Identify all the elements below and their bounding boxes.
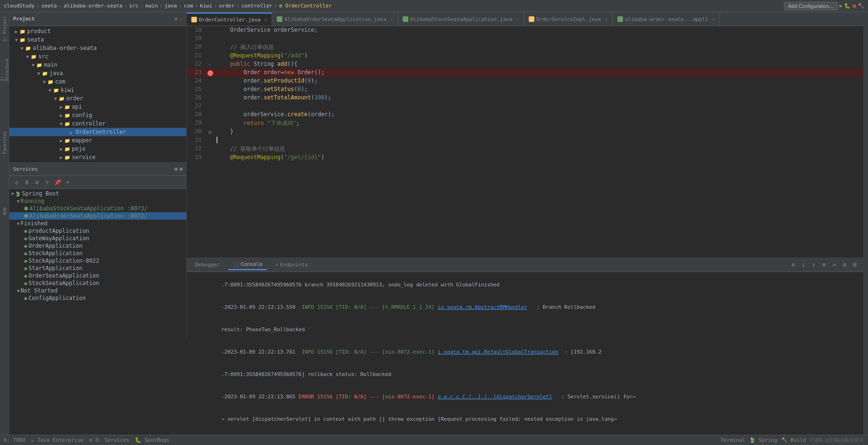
console-line-6: -2023-01-09 22:22:13.865 ERROR 15156 [TI… [190, 386, 860, 408]
arrow-icon: ▼ [37, 71, 40, 76]
filter-btn[interactable]: ▽ [43, 178, 51, 187]
service-label-stockapp8022: StockApplication-8022 [28, 257, 99, 264]
tab-orderserviceimpl[interactable]: OrderServiceImpl.java ✕ [524, 13, 613, 26]
tab-console[interactable]: ⬛Console [228, 259, 267, 270]
status-terminal[interactable]: Terminal [721, 437, 745, 443]
restart-btn[interactable]: ↺ [12, 178, 21, 187]
service-finished-group[interactable]: ▼ Finished [9, 220, 186, 227]
build-icon[interactable]: 🔨 [858, 3, 864, 9]
service-item-startapp[interactable]: ● StartApplication [9, 264, 186, 272]
tree-item-order[interactable]: ▼ 📁 order [9, 94, 186, 103]
tab-properties[interactable]: alibaba-order-seata...appli ✕ [613, 13, 720, 26]
tree-label-mapper: mapper [72, 137, 92, 144]
bc-file: ⚙ OrderController [279, 3, 332, 9]
add-service-btn[interactable]: + [63, 178, 72, 187]
pin-btn[interactable]: 📌 [53, 178, 62, 187]
service-label-productapp: productApplication [28, 228, 89, 234]
service-not-started-group[interactable]: ▼ Not Started [9, 287, 186, 294]
tab-close-btn[interactable]: ✕ [712, 17, 715, 22]
favorites-tab[interactable]: Favorites [0, 129, 9, 157]
tab-alibabaorder[interactable]: AlibabaOrderSeataApplication.java ✕ [272, 13, 398, 26]
tree-item-ordercontroller[interactable]: ☕ OrderController [9, 128, 186, 136]
bc-com[interactable]: com [184, 3, 193, 9]
add-configuration-button[interactable]: Add Configuration... [784, 2, 838, 10]
console-output[interactable]: .7:8091:355840267495960576 branch 355840… [187, 272, 863, 435]
service-item-stockapp8022[interactable]: ● StockApplication-8022 [9, 257, 186, 264]
service-springboot[interactable]: ▼ 🍃 Spring Boot [9, 190, 186, 197]
bc-kiwi[interactable]: kiwi [200, 3, 212, 9]
bc-order[interactable]: order [219, 3, 234, 9]
tab-close-btn[interactable]: ✕ [516, 17, 519, 22]
service-item-alibabastock[interactable]: AlibabaStockSeataApplication :8073/ [9, 205, 186, 212]
tree-item-java[interactable]: ▼ 📁 java [9, 69, 186, 77]
clear-icon[interactable]: ⊗ [819, 260, 829, 270]
sidebar-collapse-icon[interactable]: — [179, 16, 182, 22]
service-item-productapp[interactable]: ● productApplication [9, 227, 186, 235]
bc-seata[interactable]: seata [42, 3, 57, 9]
services-config-icon[interactable]: ⚙ [179, 166, 182, 172]
tree-item-com[interactable]: ▼ 📁 com [9, 77, 186, 86]
tree-item-alibaba-order-seata[interactable]: ▼ 📁 alibaba-order-seata [9, 44, 186, 52]
code-line-29: 29 return "下单成功"; [187, 119, 863, 128]
tree-item-config[interactable]: ▶ 📁 config [9, 111, 186, 119]
tree-item-seata[interactable]: ▼ 📁 seata [9, 35, 186, 44]
bc-src[interactable]: src [129, 3, 139, 9]
tree-item-src[interactable]: ▼ 📁 src [9, 52, 186, 61]
tree-item-api[interactable]: ▶ 📁 api [9, 103, 186, 111]
wrap-icon[interactable]: ↩ [830, 260, 839, 270]
run-icon[interactable]: ▶ [840, 3, 843, 9]
fold-icon[interactable]: ⊟ [209, 130, 211, 135]
tab-close-btn[interactable]: ✕ [264, 17, 267, 22]
collapse-btn[interactable]: ⊟ [33, 178, 41, 187]
stop-icon[interactable]: ■ [853, 3, 856, 9]
copy-icon[interactable]: ⊞ [850, 260, 860, 270]
project-tab[interactable]: 1: Project [0, 15, 9, 43]
code-editor[interactable]: 18 OrderService orderService; 19 20 // 插… [187, 26, 863, 257]
bc-controller[interactable]: controller [241, 3, 272, 9]
status-services[interactable]: ⚙ 8: Services [89, 437, 129, 443]
tab-debugger[interactable]: Debugger [190, 260, 224, 270]
tree-item-kiwi[interactable]: ▼ 📁 kiwi [9, 86, 186, 94]
web-tab[interactable]: Web [0, 204, 9, 218]
status-build[interactable]: 🔨 Build [781, 437, 806, 443]
tab-close-btn[interactable]: ✕ [390, 17, 393, 22]
service-item-stockapp[interactable]: ● StockApplication [9, 250, 186, 257]
console-line-8: →.ArithmeticException: / by zero] with r… [190, 431, 860, 435]
debug-icon[interactable]: 🐛 [844, 3, 851, 9]
bc-java[interactable]: java [165, 3, 177, 9]
scroll-up-icon[interactable]: ↑ [809, 260, 819, 270]
editor-area: OrderController.java ✕ AlibabaOrderSeata… [187, 12, 863, 435]
service-item-orderapp[interactable]: ● OrderApplication [9, 242, 186, 250]
service-label-orderseata: OrderSeataApplication [28, 272, 99, 279]
tree-item-controller[interactable]: ▼ 📁 controller [9, 119, 186, 128]
gear-icon[interactable]: ⚙ [840, 260, 849, 270]
service-item-configapp[interactable]: ● ConfigApplication [9, 294, 186, 302]
tab-close-btn[interactable]: ✕ [605, 17, 608, 22]
pin-icon[interactable]: ≡ [789, 260, 798, 270]
stop-all-btn[interactable]: ⏸ [22, 178, 31, 187]
bc-main[interactable]: main [146, 3, 158, 9]
tree-item-service[interactable]: ▶ 📁 service [9, 153, 186, 161]
service-running-group[interactable]: ▼ Running [9, 197, 186, 205]
status-spotbugs[interactable]: 🐛 SpotBugs [135, 437, 169, 443]
status-java[interactable]: ☕ Java Enterprise [31, 437, 84, 443]
services-settings-icon[interactable]: ⚙ [175, 166, 178, 172]
service-item-gateway[interactable]: ● GateWayApplication [9, 235, 186, 242]
service-item-orderseata[interactable]: ● OrderSeataApplication [9, 272, 186, 279]
tree-item-pojo[interactable]: ▶ 📁 pojo [9, 145, 186, 153]
tree-item-mapper[interactable]: ▶ 📁 mapper [9, 136, 186, 145]
status-spring[interactable]: 🍃 Spring [749, 437, 777, 443]
bc-cloudstudy[interactable]: cloudStudy [4, 3, 35, 9]
tab-ordercontroller[interactable]: OrderController.java ✕ [187, 13, 272, 26]
status-todo[interactable]: 6: TODO [4, 437, 25, 443]
tree-item-product[interactable]: ▶ 📁 product [9, 27, 186, 35]
service-item-alibabaorder[interactable]: AlibabaOrderSeataApplication :8072/ [9, 212, 186, 220]
scroll-down-icon[interactable]: ↓ [799, 260, 808, 270]
bc-alibaba-order-seata[interactable]: alibaba-order-seata [64, 3, 123, 9]
sidebar-settings-icon[interactable]: ⚙ [175, 16, 178, 22]
tab-endpoints[interactable]: ⚡Endpoints [271, 260, 312, 270]
structure-tab[interactable]: 2: Structure [0, 53, 9, 81]
service-item-stockseata[interactable]: ● StockSeataApplication [9, 279, 186, 287]
tab-alibabastock[interactable]: AlibabaStockSeataApplication.java ✕ [398, 13, 524, 26]
tree-item-main[interactable]: ▼ 📁 main [9, 61, 186, 69]
